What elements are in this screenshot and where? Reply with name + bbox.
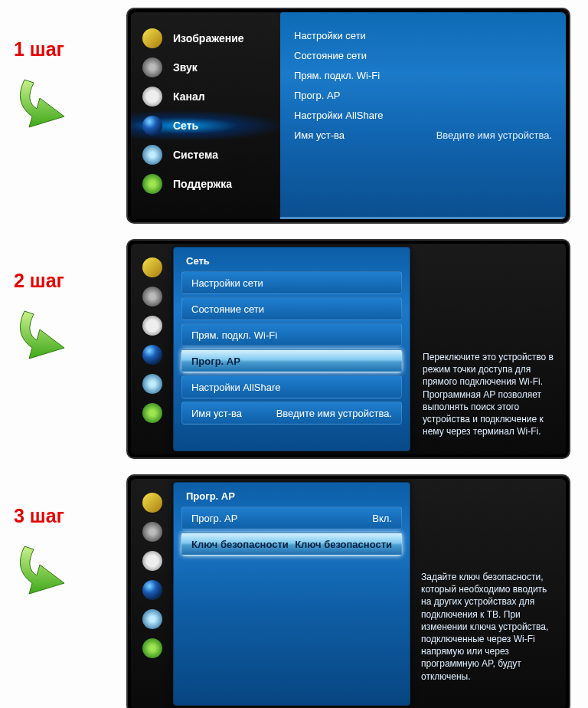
- device-name-hint: Введите имя устройства.: [436, 126, 552, 146]
- option-row[interactable]: Настройки сети: [181, 271, 402, 294]
- step-1-text: 1 шаг: [14, 38, 126, 61]
- main-item-system[interactable]: Система: [131, 140, 280, 169]
- row-value: Ключ безопасности: [295, 533, 392, 556]
- option-row-soft-ap[interactable]: Прогр. AP: [181, 349, 402, 372]
- main-item-label: Сеть: [173, 120, 198, 132]
- option-row[interactable]: Настройки AllShare: [181, 375, 402, 398]
- main-item-sound[interactable]: Звук: [131, 53, 280, 82]
- row-value: Вкл.: [372, 507, 392, 530]
- tv-screen-1: Изображение Звук Канал Сеть Система: [126, 8, 570, 224]
- submenu-item[interactable]: Прогр. AP: [294, 86, 552, 106]
- arrow-icon: [9, 72, 93, 133]
- option-row-soft-ap-toggle[interactable]: Прогр. AP Вкл.: [181, 506, 402, 529]
- sound-icon[interactable]: [142, 287, 162, 306]
- submenu-item[interactable]: Настройки сети: [294, 26, 552, 46]
- main-menu: Изображение Звук Канал Сеть Система: [131, 12, 280, 219]
- main-item-network[interactable]: Сеть: [131, 111, 280, 140]
- row-label: Прогр. AP: [191, 513, 237, 524]
- picture-icon: [142, 28, 162, 48]
- step-3-text: 3 шаг: [14, 505, 126, 527]
- device-name-hint: Введите имя устройства.: [276, 402, 392, 425]
- support-icon[interactable]: [142, 638, 162, 658]
- option-row[interactable]: Состояние сети: [181, 297, 402, 320]
- network-icon: [142, 116, 162, 136]
- main-item-picture[interactable]: Изображение: [131, 24, 280, 53]
- support-icon: [142, 174, 162, 194]
- network-panel: Сеть Настройки сети Состояние сети Прям.…: [173, 247, 410, 451]
- main-item-support[interactable]: Поддержка: [131, 169, 280, 198]
- option-row[interactable]: Прям. подкл. Wi-Fi: [181, 323, 402, 346]
- side-icon-strip: [131, 244, 173, 454]
- channel-icon[interactable]: [142, 316, 162, 336]
- device-name-label: Имя уст-ва: [191, 408, 242, 419]
- side-icon-strip: [131, 479, 173, 708]
- main-item-label: Система: [173, 149, 218, 161]
- system-icon[interactable]: [142, 374, 162, 394]
- picture-icon[interactable]: [142, 257, 162, 277]
- sound-icon: [142, 57, 162, 77]
- network-icon[interactable]: [142, 580, 162, 600]
- system-icon[interactable]: [142, 609, 162, 629]
- step-1-label: 1 шаг: [0, 8, 126, 136]
- panel-title: Прогр. AP: [181, 489, 402, 506]
- main-item-label: Поддержка: [173, 178, 232, 190]
- network-icon[interactable]: [142, 345, 162, 365]
- description-text: Переключите это устройство в режим точки…: [410, 244, 566, 454]
- support-icon[interactable]: [142, 403, 162, 423]
- soft-ap-panel: Прогр. AP Прогр. AP Вкл. Ключ безопаснос…: [173, 482, 410, 706]
- submenu-panel: Настройки сети Состояние сети Прям. подк…: [280, 12, 566, 219]
- picture-icon[interactable]: [142, 493, 162, 513]
- submenu-item-device[interactable]: Имя уст-ва Введите имя устройства.: [294, 126, 552, 146]
- submenu-item[interactable]: Настройки AllShare: [294, 106, 552, 126]
- step-3-label: 3 шаг: [0, 474, 126, 603]
- channel-icon: [142, 87, 162, 107]
- main-item-channel[interactable]: Канал: [131, 82, 280, 111]
- device-name-label: Имя уст-ва: [294, 129, 345, 141]
- arrow-icon: [9, 539, 93, 600]
- arrow-icon: [9, 303, 93, 365]
- row-label: Ключ безопасности: [191, 539, 289, 550]
- step-2-label: 2 шаг: [0, 239, 126, 368]
- option-row-device[interactable]: Имя уст-ва Введите имя устройства.: [181, 402, 402, 424]
- channel-icon[interactable]: [142, 551, 162, 571]
- step-2-text: 2 шаг: [14, 270, 126, 292]
- system-icon: [142, 145, 162, 165]
- main-item-label: Канал: [173, 90, 205, 103]
- tv-screen-2: Сеть Настройки сети Состояние сети Прям.…: [126, 239, 570, 459]
- submenu-item[interactable]: Прям. подкл. Wi-Fi: [294, 66, 552, 86]
- panel-title: Сеть: [181, 254, 402, 271]
- option-row-security-key[interactable]: Ключ безопасности Ключ безопасности: [181, 533, 402, 556]
- submenu-item[interactable]: Состояние сети: [294, 46, 552, 66]
- main-item-label: Изображение: [173, 32, 244, 44]
- description-text: Задайте ключ безопасности, который необх…: [410, 479, 566, 708]
- sound-icon[interactable]: [142, 522, 162, 542]
- main-item-label: Звук: [173, 61, 198, 74]
- tv-screen-3: Прогр. AP Прогр. AP Вкл. Ключ безопаснос…: [126, 474, 570, 708]
